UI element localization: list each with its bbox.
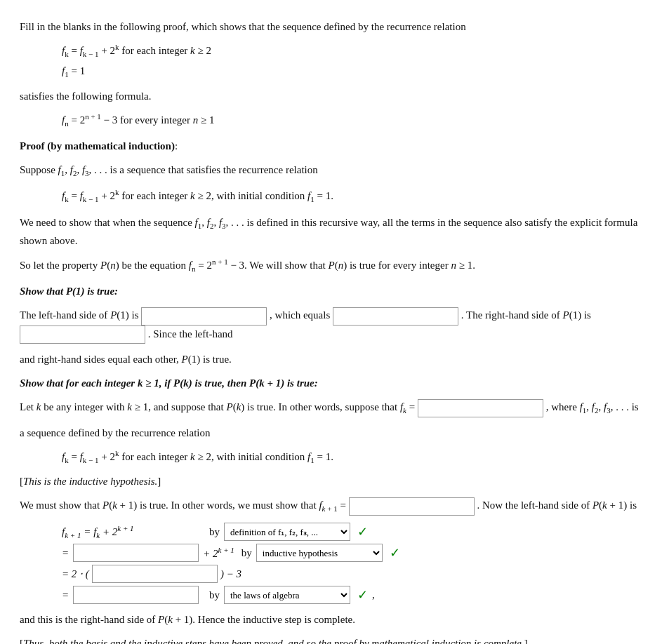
show-p1-header: Show that P(1) is true: [20, 283, 649, 300]
proof-row-4: = by the laws of algebra inductive hypot… [62, 586, 649, 604]
row4-dropdown[interactable]: the laws of algebra inductive hypothesis… [224, 586, 350, 604]
recurrence-line2: f1 = 1 [62, 62, 649, 82]
proof-header: Proof (by mathematical induction): [20, 137, 649, 154]
row1-dropdown[interactable]: definition of f₁, f₂, f₃, ... inductive … [224, 523, 350, 541]
proof-row-1: fk + 1 = fk + 2k + 1 by definition of f₁… [62, 523, 649, 541]
must-show-text: We must show that P(k + 1) is true. In o… [20, 497, 649, 516]
row3-blank-input[interactable] [92, 565, 218, 583]
recurrence-line1: fk = fk − 1 + 2k for each integer k ≥ 2 [62, 41, 649, 62]
rhs-p1-input[interactable] [20, 326, 145, 344]
row4-check: ✓ [357, 587, 368, 603]
need-show-text: We need to show that when the sequence f… [20, 214, 649, 250]
seq-defined-text: a sequence defined by the recurrence rel… [20, 424, 649, 441]
conclusion2-text: [Thus, both the basis and the inductive … [20, 635, 649, 644]
which-equals-input[interactable] [333, 307, 458, 326]
row2-blank-input[interactable] [73, 544, 199, 562]
row2-dropdown[interactable]: inductive hypothesis definition of f₁, f… [256, 544, 383, 562]
proof-row-3: = 2 ⋅ ( ) − 3 [62, 565, 649, 583]
proof-row-2: = + 2k + 1 by inductive hypothesis defin… [62, 544, 649, 562]
fk-value-input[interactable] [418, 399, 543, 417]
recurrence-body2-block: fk = fk − 1 + 2k for each integer k ≥ 2,… [62, 447, 649, 468]
proof-table: fk + 1 = fk + 2k + 1 by definition of f₁… [62, 523, 649, 604]
row1-check: ✓ [357, 524, 368, 539]
intro-text: Fill in the blanks in the following proo… [20, 18, 649, 35]
conclusion1-text: and this is the right-hand side of P(k +… [20, 611, 649, 628]
lhs-p1-input[interactable] [141, 307, 267, 326]
row4-blank-input[interactable] [73, 586, 199, 604]
fk1-value-input[interactable] [349, 497, 475, 516]
suppose-text: Suppose f1, f2, f3, . . . is a sequence … [20, 161, 649, 180]
satisfies-text: satisfies the following formula. [20, 88, 649, 105]
property-text: So let the property P(n) be the equation… [20, 256, 649, 276]
formula-block: fn = 2n + 1 − 3 for every integer n ≥ 1 [62, 110, 649, 131]
and-right-text: and right-hand sides equal each other, P… [20, 351, 649, 368]
recurrence-block: fk = fk − 1 + 2k for each integer k ≥ 2 … [62, 41, 649, 82]
let-k-text: Let k be any integer with k ≥ 1, and sup… [20, 398, 649, 417]
recurrence-body-block: fk = fk − 1 + 2k for each integer k ≥ 2,… [62, 186, 649, 207]
row2-check: ✓ [390, 545, 400, 561]
show-pk-header: Show that for each integer k ≥ 1, if P(k… [20, 375, 649, 391]
inductive-hypothesis-text: [This is the inductive hypothesis.] [20, 473, 649, 490]
p1-line: The left-hand side of P(1) is , which eq… [20, 307, 649, 344]
page-content: Fill in the blanks in the following proo… [20, 18, 649, 644]
